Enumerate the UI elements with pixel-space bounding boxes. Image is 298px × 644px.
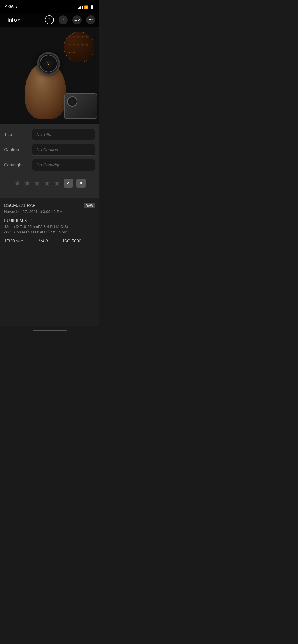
caption-placeholder: No Caption [36,147,58,152]
status-time: 9:36 ▲ [5,5,18,10]
bean [85,43,89,46]
bean [76,36,80,38]
signal-bar-4 [82,6,83,9]
camera-lens [67,96,77,107]
filename-row: DSCF0271.RAF RAW [4,203,95,208]
home-indicator [0,326,99,335]
time-display: 9:36 [5,5,14,10]
bean [72,36,76,38]
nav-left: ‹ Info ▾ [4,17,20,23]
copyright-input[interactable]: No Copyright [32,159,95,171]
more-icon: ••• [89,18,93,22]
watch-dial: TUDOR◆ [40,55,58,72]
rejected-icon: ✕ [79,180,83,186]
title-row: Title No Title [4,129,95,140]
photo-area: TUDOR◆ [0,27,99,124]
dimensions: 3889 x 5834 (6000 x 4000) • 50.5 MB [4,230,95,234]
copyright-row: Copyright No Copyright [4,159,95,171]
bean [68,36,71,38]
coffee-bowl [64,32,94,62]
coffee-beans [64,32,94,62]
nav-right: ? ↑ ☁✓ ••• [45,15,95,24]
cloud-button[interactable]: ☁✓ [72,15,82,24]
signal-bars [78,5,83,9]
checkmark-icon: ✔ [66,180,70,186]
bean [72,51,76,54]
home-bar [33,330,67,331]
caption-row: Caption No Caption [4,144,95,156]
copyright-label: Copyright [4,163,32,168]
shutter-speed: 1/320 sec [4,239,23,244]
share-button[interactable]: ↑ [59,15,68,24]
flag-rejected-button[interactable]: ✕ [76,179,86,188]
star-1[interactable]: ★ [14,179,20,187]
back-button[interactable]: ‹ [4,17,6,23]
star-5[interactable]: ★ [54,179,60,187]
bean [81,36,84,38]
signal-bar-2 [79,7,80,9]
bean [76,43,80,46]
file-date: November 27, 2021 at 3:09:42 PM [4,209,95,214]
watch-photo: TUDOR◆ [37,52,60,75]
question-icon: ? [48,18,51,22]
share-icon: ↑ [62,18,64,22]
nav-title-group[interactable]: Info ▾ [7,17,20,23]
raw-badge: RAW [84,203,95,208]
exposure-row: 1/320 sec ƒ/4.0 ISO 5000 [4,239,95,244]
rating-row: ★ ★ ★ ★ ★ ✔ ✕ [4,174,95,193]
star-3[interactable]: ★ [34,179,40,187]
cloud-icon: ☁✓ [73,18,81,22]
location-icon: ▲ [15,5,18,9]
title-label: Title [4,132,32,137]
bean [68,43,71,46]
battery-icon: ▐▌ [90,5,94,9]
file-info-section: DSCF0271.RAF RAW November 27, 2021 at 3:… [0,198,99,250]
bean [72,43,76,46]
info-panel: Title No Title Caption No Caption Copyri… [0,124,99,198]
bottom-spacer [0,250,99,326]
star-4[interactable]: ★ [44,179,50,187]
watch-text: TUDOR◆ [46,62,51,66]
chevron-down-icon: ▾ [18,18,20,22]
caption-input[interactable]: No Caption [32,144,95,156]
caption-label: Caption [4,147,32,152]
iso: ISO 5000 [63,239,82,244]
aperture-value: ƒ/4.0 [38,239,48,243]
nav-title-label: Info [7,17,17,23]
star-2[interactable]: ★ [24,179,30,187]
flag-checked-button[interactable]: ✔ [64,179,73,188]
signal-bar-3 [80,6,81,9]
status-icons: 📶 ▐▌ [78,5,94,9]
camera-photo [64,93,97,119]
signal-bar-1 [78,8,79,9]
help-button[interactable]: ? [45,15,54,24]
nav-bar: ‹ Info ▾ ? ↑ ☁✓ ••• [0,13,99,27]
title-input[interactable]: No Title [32,129,95,140]
camera-model: FUJIFILM X-T2 [4,218,95,223]
bean [85,36,89,38]
photo-scene: TUDOR◆ [0,27,99,124]
copyright-placeholder: No Copyright [36,163,62,167]
bean [68,51,71,54]
lens-info: 42mm (XF18-55mmF2.8-4 R LM OIS) [4,224,95,229]
wifi-icon: 📶 [84,5,88,9]
bean [81,43,84,46]
more-button[interactable]: ••• [86,15,95,24]
filename: DSCF0271.RAF [4,203,35,208]
aperture: ƒ/4.0 [38,239,48,244]
status-bar: 9:36 ▲ 📶 ▐▌ [0,0,99,13]
title-placeholder: No Title [36,132,51,137]
